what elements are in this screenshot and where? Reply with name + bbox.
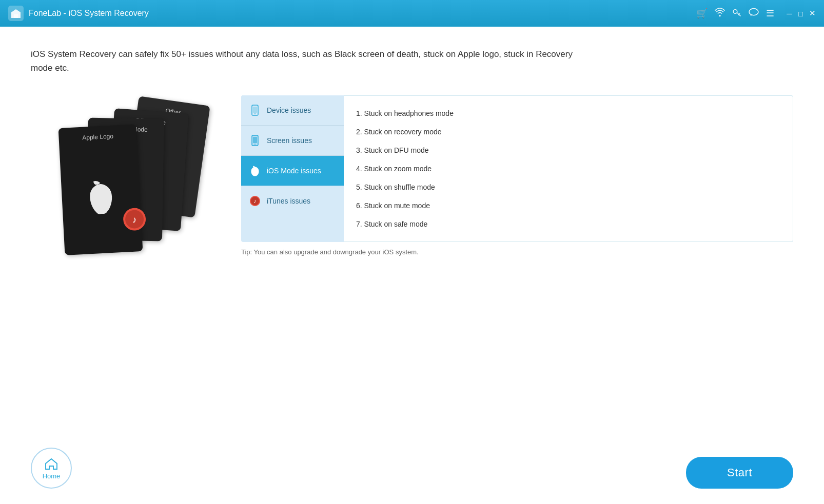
issues-panel: Device issues Screen issues (241, 95, 793, 242)
phone-stack-illustration: Other DFU Mode ♪ Recovery Mode (31, 100, 210, 295)
category-itunes-issues[interactable]: ♪ iTunes issues (241, 186, 344, 216)
category-itunes-label: iTunes issues (267, 197, 310, 205)
home-button[interactable]: Home (31, 448, 72, 489)
main-content: iOS System Recovery can safely fix 50+ i… (0, 27, 824, 504)
minimize-button[interactable]: ─ (787, 9, 792, 18)
menu-icon[interactable]: ☰ (766, 8, 774, 19)
itunes-issues-icon: ♪ (249, 195, 261, 207)
issue-item: 5. Stuck on shuffle mode (356, 178, 780, 196)
close-button[interactable]: ✕ (809, 9, 816, 18)
app-logo-icon (8, 6, 24, 21)
issue-item: 6. Stuck on mute mode (356, 196, 780, 215)
category-ios-issues[interactable]: iOS Mode issues (241, 156, 344, 186)
issue-item: 1. Stuck on headphones mode (356, 104, 780, 123)
issue-item: 4. Stuck on zoom mode (356, 159, 780, 178)
svg-point-1 (734, 9, 738, 13)
card-apple-label: Apple Logo (82, 133, 113, 142)
phone-card-apple: Apple Logo ♪ (58, 125, 143, 256)
title-bar: FoneLab - iOS System Recovery 🛒 ☰ (0, 0, 824, 27)
content-area: Other DFU Mode ♪ Recovery Mode (31, 95, 793, 437)
window-controls: ─ □ ✕ (787, 9, 816, 18)
svg-text:♪: ♪ (132, 215, 137, 225)
home-icon (44, 457, 58, 470)
chat-icon[interactable] (749, 8, 759, 19)
maximize-button[interactable]: □ (798, 9, 803, 18)
svg-point-2 (749, 8, 758, 15)
category-device-issues[interactable]: Device issues (241, 95, 344, 126)
svg-point-15 (254, 113, 256, 114)
cart-icon[interactable]: 🛒 (696, 8, 708, 19)
svg-point-18 (254, 144, 256, 145)
svg-rect-17 (253, 137, 257, 143)
issue-item: 7. Stuck on safe mode (356, 215, 780, 233)
start-button[interactable]: Start (686, 457, 793, 489)
issue-item: 3. Stuck on DFU mode (356, 141, 780, 159)
title-bar-controls: 🛒 ☰ ─ □ ✕ (696, 8, 816, 19)
key-icon[interactable] (732, 8, 741, 19)
screen-issues-icon (249, 135, 261, 146)
issues-list: 1. Stuck on headphones mode2. Stuck on r… (344, 95, 793, 242)
category-device-label: Device issues (267, 106, 311, 114)
app-title: FoneLab - iOS System Recovery (29, 9, 149, 18)
tip-text: Tip: You can also upgrade and downgrade … (241, 248, 793, 256)
svg-rect-14 (253, 107, 257, 113)
title-bar-left: FoneLab - iOS System Recovery (8, 6, 149, 21)
right-section: Device issues Screen issues (241, 95, 793, 256)
itunes-icon: ♪ (123, 208, 147, 232)
home-label: Home (43, 472, 61, 480)
issue-item: 2. Stuck on recovery mode (356, 123, 780, 141)
category-list: Device issues Screen issues (241, 95, 344, 242)
bottom-area: Home Start (31, 437, 793, 489)
wifi-icon[interactable] (715, 8, 725, 19)
category-screen-issues[interactable]: Screen issues (241, 126, 344, 156)
svg-text:♪: ♪ (253, 198, 257, 204)
ios-issues-icon (249, 165, 261, 176)
device-issues-icon (249, 105, 261, 116)
category-screen-label: Screen issues (267, 136, 312, 145)
category-ios-label: iOS Mode issues (267, 167, 321, 175)
description-text: iOS System Recovery can safely fix 50+ i… (31, 47, 595, 75)
